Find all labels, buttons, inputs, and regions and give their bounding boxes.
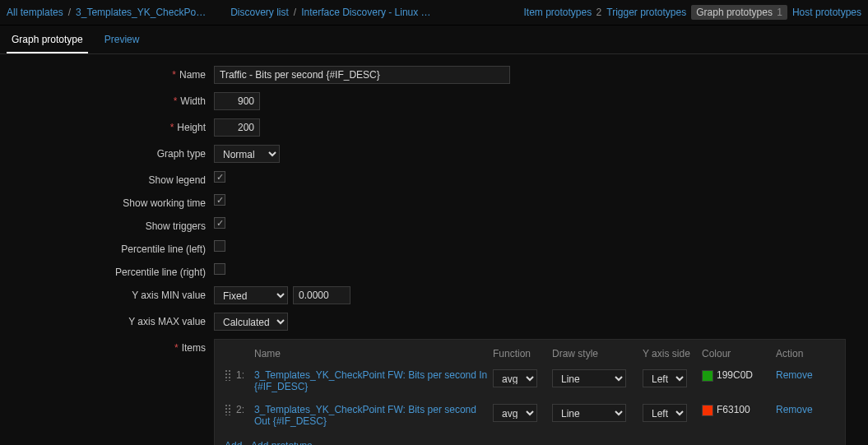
y-max-mode-select[interactable]: Calculated (214, 313, 288, 331)
remove-item-link[interactable]: Remove (776, 404, 813, 415)
table-row: 2:3_Templates_YK_CheckPoint FW: Bits per… (225, 401, 835, 435)
percentile-left-checkbox[interactable] (214, 240, 225, 252)
crumb-sep: / (294, 7, 296, 18)
label-name: Name (179, 69, 206, 81)
items-hdr-draw: Draw style (552, 348, 643, 366)
item-name-link[interactable]: 3_Templates_YK_CheckPoint FW: Bits per s… (254, 369, 487, 392)
add-prototype-link[interactable]: Add prototype (251, 440, 313, 445)
y-min-mode-select[interactable]: Fixed (214, 286, 288, 304)
show-legend-checkbox[interactable]: ✓ (214, 171, 225, 183)
drag-handle-icon[interactable] (225, 369, 231, 381)
item-index: 2: (236, 401, 254, 435)
tab-preview[interactable]: Preview (100, 30, 145, 53)
label-width: Width (180, 95, 206, 107)
item-name-link[interactable]: 3_Templates_YK_CheckPoint FW: Bits per s… (254, 404, 476, 427)
height-input[interactable] (214, 118, 260, 137)
width-input[interactable] (214, 92, 260, 110)
item-function-select[interactable]: avg (493, 369, 537, 387)
nav-item-prototypes-count: 2 (596, 7, 602, 18)
label-height: Height (177, 122, 206, 133)
graph-type-select[interactable]: Normal (214, 145, 280, 163)
label-y-min: Y axis MIN value (7, 286, 214, 301)
label-show-triggers: Show triggers (7, 217, 214, 232)
nav-trigger-prototypes[interactable]: Trigger prototypes (606, 7, 686, 18)
items-hdr-colour: Colour (702, 348, 776, 366)
items-hdr-name: Name (254, 348, 493, 366)
drag-handle-icon[interactable] (225, 404, 231, 415)
color-swatch[interactable] (702, 370, 713, 382)
color-hex: 199C0D (717, 369, 753, 381)
item-index: 1: (236, 366, 254, 401)
breadcrumb: All templates / 3_Templates_YK_CheckPo… … (0, 0, 868, 25)
crumb-rule[interactable]: Interface Discovery - Linux … (301, 7, 430, 18)
crumb-template[interactable]: 3_Templates_YK_CheckPo… (76, 7, 206, 18)
items-table-wrap: Name Function Draw style Y axis side Col… (214, 339, 846, 445)
label-percentile-left: Percentile line (left) (7, 240, 214, 255)
remove-item-link[interactable]: Remove (776, 369, 813, 381)
label-items: Items (182, 342, 206, 354)
label-percentile-right: Percentile line (right) (7, 263, 214, 278)
item-draw-select[interactable]: Line (552, 404, 626, 422)
item-axis-select[interactable]: Left (643, 369, 687, 387)
proto-nav: Item prototypes 2 Trigger prototypes Gra… (524, 5, 861, 20)
y-min-value-input[interactable] (293, 286, 350, 304)
nav-host-prototypes[interactable]: Host prototypes (792, 7, 861, 18)
color-hex: F63100 (717, 404, 750, 415)
items-table: Name Function Draw style Y axis side Col… (225, 348, 835, 435)
graph-form: *Name *Width *Height Graph type Normal S… (0, 54, 868, 445)
item-axis-select[interactable]: Left (643, 404, 687, 422)
tab-graph-prototype[interactable]: Graph prototype (7, 30, 88, 53)
label-show-legend: Show legend (7, 171, 214, 186)
crumb-all-templates[interactable]: All templates (7, 7, 63, 18)
label-graph-type: Graph type (7, 145, 214, 160)
name-input[interactable] (214, 66, 510, 84)
add-item-link[interactable]: Add (225, 440, 242, 445)
table-row: 1:3_Templates_YK_CheckPoint FW: Bits per… (225, 366, 835, 401)
percentile-right-checkbox[interactable] (214, 263, 225, 275)
crumb-sep: / (68, 7, 71, 18)
label-y-max: Y axis MAX value (7, 313, 214, 327)
item-function-select[interactable]: avg (493, 404, 537, 422)
item-draw-select[interactable]: Line (552, 369, 626, 387)
items-hdr-axis: Y axis side (643, 348, 702, 366)
label-show-working-time: Show working time (7, 194, 214, 209)
show-working-time-checkbox[interactable]: ✓ (214, 194, 225, 206)
crumb-discovery-list[interactable]: Discovery list (230, 7, 289, 18)
show-triggers-checkbox[interactable]: ✓ (214, 217, 225, 229)
color-swatch[interactable] (702, 405, 713, 416)
tabs: Graph prototype Preview (0, 25, 868, 54)
items-hdr-action: Action (776, 348, 835, 366)
nav-item-prototypes[interactable]: Item prototypes (524, 7, 592, 18)
items-hdr-function: Function (493, 348, 552, 366)
nav-graph-prototypes-active[interactable]: Graph prototypes 1 (691, 5, 787, 20)
